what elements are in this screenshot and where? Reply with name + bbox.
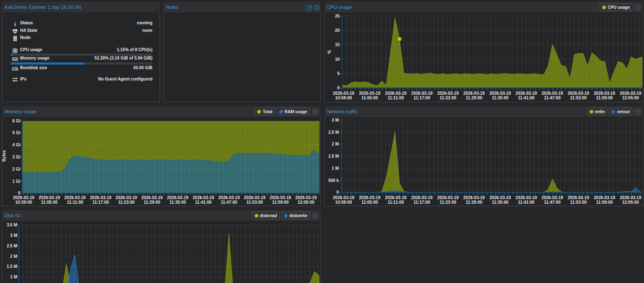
svg-text:2026-03-19: 2026-03-19: [385, 195, 407, 200]
svg-text:11:05:00: 11:05:00: [41, 200, 58, 205]
svg-text:2026-03-19: 2026-03-19: [333, 195, 355, 200]
svg-text:11:41:00: 11:41:00: [195, 200, 212, 205]
svg-text:11:47:00: 11:47:00: [544, 200, 561, 205]
svg-text:11:23:00: 11:23:00: [440, 96, 456, 100]
svg-text:20: 20: [335, 28, 340, 33]
svg-text:2026-03-19: 2026-03-19: [295, 195, 317, 200]
svg-text:2026-03-19: 2026-03-19: [13, 195, 35, 200]
svg-text:2026-03-19: 2026-03-19: [90, 195, 112, 200]
svg-text:2026-03-19: 2026-03-19: [39, 195, 60, 200]
svg-text:11:29:00: 11:29:00: [144, 200, 160, 205]
svg-text:11:17:00: 11:17:00: [414, 200, 430, 205]
svg-text:11:35:00: 11:35:00: [492, 200, 509, 205]
svg-text:11:29:00: 11:29:00: [466, 200, 482, 205]
svg-text:2026-03-19: 2026-03-19: [359, 91, 381, 96]
svg-text:Bytes: Bytes: [2, 150, 6, 162]
svg-text:2026-03-19: 2026-03-19: [464, 91, 485, 96]
svg-text:2026-03-19: 2026-03-19: [568, 195, 590, 200]
svg-text:0: 0: [337, 86, 340, 90]
svg-text:2026-03-19: 2026-03-19: [333, 91, 355, 96]
svg-text:2026-03-19: 2026-03-19: [568, 91, 590, 96]
svg-text:12:05:00: 12:05:00: [622, 96, 639, 100]
svg-text:2026-03-19: 2026-03-19: [489, 91, 511, 96]
svg-text:11:11:00: 11:11:00: [388, 96, 404, 100]
svg-text:1 M: 1 M: [10, 275, 17, 279]
svg-text:1.5 M: 1.5 M: [7, 264, 17, 269]
svg-text:11:05:00: 11:05:00: [361, 96, 378, 100]
svg-text:11:53:00: 11:53:00: [246, 200, 263, 205]
svg-text:12:05:00: 12:05:00: [298, 200, 314, 205]
svg-text:11:11:00: 11:11:00: [388, 200, 404, 205]
svg-text:2026-03-19: 2026-03-19: [594, 91, 616, 96]
svg-text:11:29:00: 11:29:00: [466, 96, 482, 100]
svg-text:2 Gi: 2 Gi: [13, 167, 21, 171]
svg-text:11:47:00: 11:47:00: [544, 96, 561, 100]
svg-text:2026-03-19: 2026-03-19: [193, 195, 214, 200]
svg-text:11:41:00: 11:41:00: [518, 200, 535, 205]
svg-text:1.5 M: 1.5 M: [328, 154, 339, 158]
svg-text:2026-03-19: 2026-03-19: [515, 91, 537, 96]
svg-text:3 M: 3 M: [332, 118, 339, 122]
svg-text:2026-03-19: 2026-03-19: [141, 195, 163, 200]
svg-text:2026-03-19: 2026-03-19: [437, 91, 459, 96]
svg-text:2026-03-19: 2026-03-19: [359, 195, 381, 200]
svg-text:%: %: [327, 50, 332, 54]
svg-text:5: 5: [337, 71, 340, 76]
svg-text:11:11:00: 11:11:00: [67, 200, 83, 205]
svg-text:2026-03-19: 2026-03-19: [515, 195, 537, 200]
svg-text:2026-03-19: 2026-03-19: [541, 91, 563, 96]
svg-text:12:05:00: 12:05:00: [622, 200, 639, 205]
svg-text:10:59:00: 10:59:00: [335, 200, 352, 205]
svg-text:2026-03-19: 2026-03-19: [620, 195, 641, 200]
svg-text:0: 0: [18, 191, 21, 195]
svg-text:15: 15: [335, 42, 340, 47]
svg-text:11:59:00: 11:59:00: [596, 200, 613, 205]
svg-text:11:23:00: 11:23:00: [118, 200, 135, 205]
svg-text:1 Gi: 1 Gi: [13, 179, 21, 184]
svg-text:2026-03-19: 2026-03-19: [270, 195, 291, 200]
svg-text:10:59:00: 10:59:00: [335, 96, 352, 100]
svg-text:2.5 M: 2.5 M: [328, 130, 339, 135]
svg-text:5 Gi: 5 Gi: [13, 130, 21, 135]
svg-text:4 Gi: 4 Gi: [13, 143, 21, 147]
svg-text:2026-03-19: 2026-03-19: [411, 195, 433, 200]
svg-text:1 M: 1 M: [332, 166, 339, 171]
svg-text:2026-03-19: 2026-03-19: [244, 195, 266, 200]
svg-text:10: 10: [335, 57, 340, 62]
svg-text:2.5 M: 2.5 M: [7, 244, 17, 248]
svg-text:11:53:00: 11:53:00: [570, 96, 587, 100]
svg-text:11:35:00: 11:35:00: [492, 96, 509, 100]
svg-text:11:05:00: 11:05:00: [361, 200, 378, 205]
svg-text:2 M: 2 M: [332, 142, 339, 146]
svg-text:2 M: 2 M: [10, 254, 17, 259]
svg-text:2026-03-19: 2026-03-19: [489, 195, 511, 200]
svg-text:3.5 M: 3.5 M: [7, 223, 17, 227]
svg-text:11:17:00: 11:17:00: [414, 96, 430, 100]
svg-text:2026-03-19: 2026-03-19: [167, 195, 189, 200]
svg-text:2026-03-19: 2026-03-19: [218, 195, 240, 200]
svg-text:2026-03-19: 2026-03-19: [64, 195, 86, 200]
svg-text:2026-03-19: 2026-03-19: [437, 195, 459, 200]
svg-text:25: 25: [335, 14, 340, 18]
svg-text:11:59:00: 11:59:00: [272, 200, 289, 205]
svg-text:11:47:00: 11:47:00: [221, 200, 237, 205]
svg-text:11:17:00: 11:17:00: [93, 200, 109, 205]
svg-text:500 k: 500 k: [328, 178, 339, 183]
svg-text:2026-03-19: 2026-03-19: [385, 91, 407, 96]
svg-text:10:59:00: 10:59:00: [15, 200, 32, 205]
svg-text:2026-03-19: 2026-03-19: [620, 91, 641, 96]
svg-text:2026-03-19: 2026-03-19: [541, 195, 563, 200]
svg-text:6 Gi: 6 Gi: [13, 119, 21, 123]
svg-text:i: i: [14, 21, 16, 27]
svg-text:3 M: 3 M: [10, 233, 17, 238]
svg-text:2026-03-19: 2026-03-19: [411, 91, 433, 96]
svg-text:11:35:00: 11:35:00: [170, 200, 186, 205]
svg-text:2026-03-19: 2026-03-19: [116, 195, 137, 200]
svg-text:11:53:00: 11:53:00: [570, 200, 587, 205]
svg-text:11:41:00: 11:41:00: [518, 96, 535, 100]
svg-text:2026-03-19: 2026-03-19: [464, 195, 485, 200]
svg-text:3 Gi: 3 Gi: [13, 155, 21, 159]
svg-text:11:59:00: 11:59:00: [596, 96, 613, 100]
svg-text:11:23:00: 11:23:00: [440, 200, 456, 205]
svg-text:2026-03-19: 2026-03-19: [594, 195, 616, 200]
